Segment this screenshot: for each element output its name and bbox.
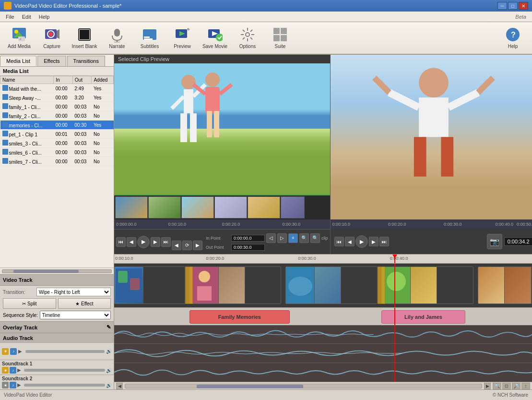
timeline-clip-5[interactable] — [478, 267, 532, 304]
thumb-5[interactable] — [248, 196, 280, 218]
transition-select[interactable]: Wipe - Right to Left — [36, 288, 111, 296]
media-list-item[interactable]: smiles_3 - Cli... 00:00 00:03 No — [0, 139, 114, 148]
zoom-fit-btn[interactable]: ⊡ — [502, 383, 511, 389]
media-list-item[interactable]: memories - Cl... 00:00 00:30 Yes — [0, 121, 114, 130]
st2-play-icon[interactable]: ▶ — [17, 382, 23, 388]
clip-5-thumb — [478, 267, 505, 303]
subtitles-button[interactable]: Subtitles — [134, 24, 165, 52]
zoom-out-btn[interactable]: 🔍 — [493, 383, 501, 389]
maximize-button[interactable]: □ — [508, 2, 518, 10]
clip-zoom-in-btn[interactable]: 🔍 — [310, 233, 320, 243]
clip-prev-btn-2[interactable]: ◀ — [172, 241, 181, 250]
thumb-3[interactable] — [181, 196, 214, 218]
menu-help[interactable]: Help — [35, 13, 54, 21]
st2-mute-icon[interactable]: ♪ — [10, 382, 16, 388]
tab-effects[interactable]: Effects — [37, 56, 66, 66]
insert-blank-button[interactable]: Insert Blank — [69, 24, 100, 52]
ruler-mark-20: 0:00:20.0 — [206, 256, 225, 261]
h-scrollbar-row: ◀ ▶ 🔍 ⊡ 🔎 ↕ — [114, 382, 532, 389]
add-media-button[interactable]: + Add Media — [4, 24, 35, 52]
clip-next-btn-2[interactable]: ▶ — [193, 241, 202, 250]
zoom-in-btn[interactable]: 🔎 — [512, 383, 520, 389]
audio-content-row — [114, 325, 532, 343]
st1-volume-slider[interactable] — [24, 369, 105, 372]
seq-snapshot-btn[interactable]: 📷 — [487, 234, 502, 249]
out-point-value[interactable]: 0:00:30.0 — [231, 244, 265, 251]
media-list-item[interactable]: smiles_7 - Cli... 00:00 00:03 No — [0, 157, 114, 166]
clip-prev-frame-btn[interactable]: ◀ — [127, 237, 136, 247]
clip-rewind-btn[interactable]: ⏮ — [116, 237, 126, 247]
st1-star-icon[interactable]: ★ — [2, 367, 9, 374]
audio-track-title: Audio Track — [3, 335, 33, 341]
add-to-seq-btn[interactable]: + — [288, 233, 298, 243]
media-list-scrollbar[interactable] — [0, 267, 114, 274]
st2-star-icon[interactable]: ★ — [2, 382, 9, 388]
minimize-button[interactable]: ─ — [497, 2, 507, 10]
audio-star-icon[interactable]: ★ — [2, 348, 9, 355]
seq-next-frame-btn[interactable]: ▶ — [369, 237, 378, 246]
st1-play-icon[interactable]: ▶ — [17, 367, 23, 373]
h-scrollbar-track[interactable] — [125, 384, 482, 388]
options-button[interactable]: Options — [232, 24, 263, 52]
media-list-item[interactable]: Sleep Away -... 00:00 3:20 Yes — [0, 93, 114, 102]
clip-zoom-out-btn[interactable]: 🔍 — [299, 233, 309, 243]
menu-file[interactable]: File — [2, 13, 18, 21]
thumb-4[interactable] — [214, 196, 247, 218]
clip-loop-btn[interactable]: ⟳ — [182, 241, 192, 250]
h-scrollbar-thumb[interactable] — [197, 385, 304, 388]
st2-volume-slider[interactable] — [24, 384, 105, 387]
audio-play-icon[interactable]: ▶ — [18, 349, 24, 354]
suite-button[interactable]: Suite — [265, 24, 296, 52]
st1-playhead-line — [394, 344, 395, 363]
in-point-value[interactable]: 0:00:00.0 — [231, 235, 265, 242]
tab-transitions[interactable]: Transitions — [67, 56, 105, 66]
soundtrack-2-row — [114, 363, 532, 382]
scroll-left-btn[interactable]: ◀ — [116, 383, 123, 389]
clip-forward-btn[interactable]: ⏭ — [161, 237, 171, 247]
audio-mute-icon[interactable]: ♪ — [10, 348, 17, 355]
audio-playhead-line — [394, 326, 395, 343]
tab-media-list[interactable]: Media List — [0, 56, 36, 66]
timeline-clip-2[interactable] — [189, 267, 282, 304]
media-list-item[interactable]: Maid with the... 00:00 2:49 Yes — [0, 84, 114, 93]
clip-5-thumb2 — [505, 267, 531, 303]
capture-button[interactable]: Capture — [36, 24, 67, 52]
preview-button[interactable]: Preview — [167, 24, 198, 52]
overlay-edit-icon[interactable]: ✎ — [106, 324, 111, 330]
help-button[interactable]: ? Help — [497, 24, 528, 52]
media-list-item[interactable]: family_2 - Cli... 00:00 00:03 No — [0, 111, 114, 121]
seq-rewind-btn[interactable]: ⏮ — [334, 237, 344, 246]
st1-mute-icon[interactable]: ♪ — [10, 367, 16, 374]
seq-prev-frame-btn[interactable]: ◀ — [345, 237, 355, 246]
audio-volume-slider[interactable] — [25, 350, 105, 353]
seq-forward-btn[interactable]: ⏭ — [379, 237, 389, 246]
thumb-6[interactable] — [281, 196, 305, 218]
media-list-item[interactable]: pet_1 - Clip 1 00:01 00:03 No — [0, 130, 114, 139]
thumb-2[interactable] — [148, 196, 181, 218]
media-list-item[interactable]: smiles_6 - Cli... 00:00 00:03 No — [0, 148, 114, 157]
media-list-item[interactable]: family_1 - Cli... 00:00 00:03 No — [0, 102, 114, 111]
close-button[interactable]: ✕ — [519, 2, 528, 10]
seq-play-btn[interactable]: ▶ — [355, 235, 368, 248]
timeline-clip-1[interactable] — [114, 267, 185, 304]
clip-next-frame-btn[interactable]: ▶ — [151, 237, 160, 247]
timeline-clip-3[interactable] — [285, 267, 378, 304]
svg-point-67 — [387, 272, 406, 291]
menu-edit[interactable]: Edit — [18, 13, 35, 21]
thumb-1[interactable] — [115, 196, 148, 218]
zoom-reset-btn[interactable]: ↕ — [521, 383, 530, 389]
scroll-right-btn[interactable]: ▶ — [484, 383, 491, 389]
save-movie-button[interactable]: Save Movie — [200, 24, 230, 52]
clip-play-btn[interactable]: ▶ — [137, 236, 150, 248]
svg-rect-59 — [118, 271, 128, 283]
effect-button[interactable]: ★ Effect — [58, 298, 111, 309]
set-in-btn[interactable]: ◁ — [266, 233, 276, 243]
timeline-clip-4[interactable] — [381, 267, 473, 304]
sequence-style-select[interactable]: Timeline — [40, 311, 111, 319]
seq-timecode[interactable]: 0:00:34.2 — [504, 237, 532, 246]
split-button[interactable]: ✂ Split — [3, 298, 56, 309]
overlay-clip-family-memories[interactable]: Family Memories — [189, 310, 290, 324]
narrate-button[interactable]: Narrate — [102, 24, 132, 52]
go-to-in-btn[interactable]: ▷ — [277, 233, 287, 243]
add-media-label: Add Media — [8, 44, 31, 49]
